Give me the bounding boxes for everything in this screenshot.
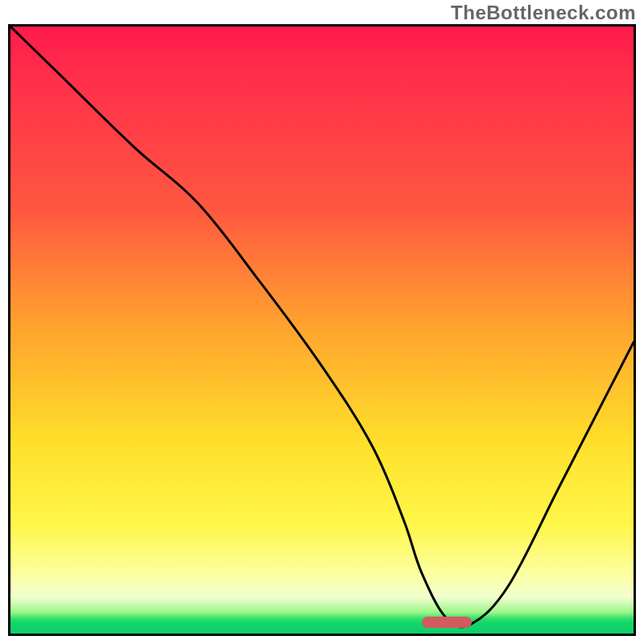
curve-svg — [10, 27, 634, 634]
watermark-text: TheBottleneck.com — [451, 2, 636, 24]
chart-stage: TheBottleneck.com — [0, 0, 644, 644]
optimal-marker — [422, 617, 472, 628]
plot-frame — [8, 24, 636, 636]
curve-path — [10, 27, 634, 627]
